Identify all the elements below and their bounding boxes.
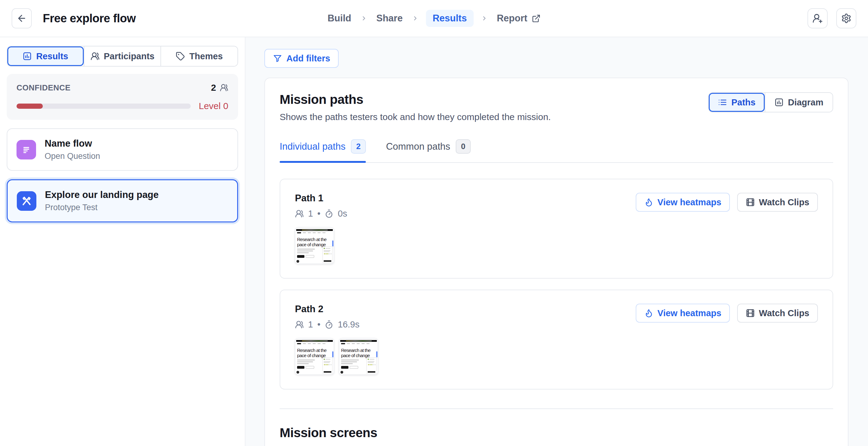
tag-icon	[176, 52, 185, 61]
back-button[interactable]	[11, 8, 32, 28]
view-toggle-group: Paths Diagram	[708, 92, 833, 113]
stopwatch-icon	[324, 209, 334, 218]
path-card-1: Path 1 1 • 0s	[280, 179, 833, 279]
thumb-primary-button	[297, 255, 304, 258]
breadcrumb-build[interactable]: Build	[326, 10, 353, 27]
sidebar-tab-label: Themes	[189, 51, 223, 61]
sidebar-tab-results[interactable]: Results	[7, 46, 84, 66]
block-card-name-flow[interactable]: Name flow Open Question	[7, 128, 238, 171]
block-title: Name flow	[44, 138, 100, 149]
section-title: Mission paths	[280, 92, 551, 107]
path-actions: View heatmaps Watch Clips	[636, 304, 818, 323]
watch-clips-label: Watch Clips	[759, 197, 809, 208]
thumb-banner	[296, 229, 333, 231]
meta-separator: •	[317, 320, 320, 329]
thumb-review-card: ★★★★★	[322, 247, 333, 263]
sidebar-tab-themes[interactable]: Themes	[160, 46, 238, 66]
sidebar-tab-participants[interactable]: Participants	[84, 46, 161, 66]
thumb-secondary-button	[350, 366, 358, 369]
tab-common-paths[interactable]: Common paths 0	[386, 139, 471, 162]
thumb-nav	[297, 232, 331, 233]
watch-clips-button[interactable]: Watch Clips	[737, 304, 818, 323]
settings-button[interactable]	[836, 8, 857, 28]
sidebar-tab-label: Results	[36, 51, 68, 61]
path-testers-count: 1	[308, 320, 313, 329]
results-sidebar: Results Participants Themes CON	[0, 37, 245, 446]
breadcrumb: Build Share Results Report	[326, 10, 542, 27]
results-main: Add filters Mission paths Shows the path…	[245, 37, 868, 446]
block-subtitle: Prototype Test	[45, 203, 159, 212]
breadcrumb-share[interactable]: Share	[374, 10, 404, 27]
view-heatmaps-button[interactable]: View heatmaps	[636, 193, 730, 212]
meta-separator: •	[317, 209, 320, 219]
path-screens: Research at the pace of change ★★★★★	[295, 338, 818, 375]
view-toggle-label: Diagram	[788, 97, 824, 107]
tab-individual-paths[interactable]: Individual paths 2	[280, 139, 366, 162]
breadcrumb-report[interactable]: Report	[495, 10, 542, 27]
chevron-right-icon	[412, 15, 418, 22]
thumb-logo	[341, 343, 345, 344]
thumb-headline: Research at the pace of change	[297, 348, 331, 358]
view-heatmaps-button[interactable]: View heatmaps	[636, 304, 730, 323]
film-icon	[746, 309, 755, 318]
path-duration: 16.9s	[338, 320, 360, 329]
chevron-right-icon	[481, 15, 488, 22]
thumb-review-card: ★★★★★	[367, 357, 376, 374]
path-card-2: Path 2 1 • 16.9s	[280, 290, 833, 389]
thumb-banner	[296, 340, 333, 342]
bar-chart-icon	[23, 52, 32, 61]
watch-clips-button[interactable]: Watch Clips	[737, 193, 818, 212]
thumb-nav	[341, 343, 375, 344]
mission-paths-header: Mission paths Shows the paths testers to…	[280, 92, 551, 122]
thumb-scrollbar	[332, 241, 334, 247]
mission-paths-panel: Mission paths Shows the paths testers to…	[265, 77, 848, 446]
sidebar-tab-group: Results Participants Themes	[7, 46, 238, 67]
thumb-secondary-button	[306, 255, 314, 258]
view-toggle-paths[interactable]: Paths	[709, 93, 765, 112]
watch-clips-label: Watch Clips	[759, 308, 809, 318]
thumb-cookie-badge	[340, 371, 343, 374]
path-testers-count: 1	[308, 209, 313, 219]
path-screen-thumbnail[interactable]: Research at the pace of change ★★★★★	[295, 227, 334, 264]
people-icon	[90, 52, 100, 61]
block-card-text: Name flow Open Question	[44, 138, 100, 161]
gear-icon	[841, 13, 851, 24]
path-actions: View heatmaps Watch Clips	[636, 193, 818, 212]
add-filters-button[interactable]: Add filters	[265, 49, 339, 68]
filter-funnel-icon	[273, 54, 282, 63]
thumb-scrollbar	[376, 351, 377, 357]
path-screen-thumbnail[interactable]: Research at the pace of change ★★★★★	[295, 338, 334, 375]
arrow-left-icon	[17, 13, 27, 24]
thumb-nav	[297, 343, 331, 344]
block-subtitle: Open Question	[44, 152, 100, 161]
path-screens: Research at the pace of change ★★★★★	[295, 227, 818, 264]
block-card-text: Explore our landing page Prototype Test	[45, 189, 159, 212]
next-section-title: Mission screens	[280, 425, 833, 440]
confidence-card: CONFIDENCE 2 Level 0	[7, 74, 238, 120]
top-header: Free explore flow Build Share Results Re…	[0, 0, 868, 37]
block-card-explore-landing-page[interactable]: Explore our landing page Prototype Test	[7, 179, 238, 222]
view-heatmaps-label: View heatmaps	[657, 197, 721, 208]
section-description: Shows the paths testers took and how the…	[280, 112, 551, 122]
view-toggle-diagram[interactable]: Diagram	[765, 93, 833, 112]
tab-count-badge: 0	[456, 139, 470, 154]
flame-icon	[644, 198, 653, 207]
tab-label: Common paths	[386, 141, 450, 152]
breadcrumb-report-label: Report	[497, 13, 527, 24]
chevron-right-icon	[360, 15, 367, 22]
invite-user-button[interactable]	[807, 8, 828, 28]
thumb-cookie-badge	[297, 371, 299, 374]
confidence-label: CONFIDENCE	[17, 83, 71, 93]
app-root: Free explore flow Build Share Results Re…	[0, 0, 868, 446]
path-screen-thumbnail[interactable]: Research at the pace of change ★★★★★	[339, 338, 378, 375]
header-actions	[807, 8, 857, 28]
breadcrumb-results[interactable]: Results	[426, 10, 473, 27]
add-filters-label: Add filters	[286, 54, 330, 64]
bar-chart-icon	[774, 98, 784, 107]
tab-count-badge: 2	[351, 139, 366, 154]
external-link-icon	[531, 14, 540, 23]
confidence-level: Level 0	[199, 101, 228, 111]
people-icon	[220, 84, 228, 92]
thumb-star-rating: ★★★★★	[368, 364, 375, 366]
film-icon	[746, 198, 755, 207]
